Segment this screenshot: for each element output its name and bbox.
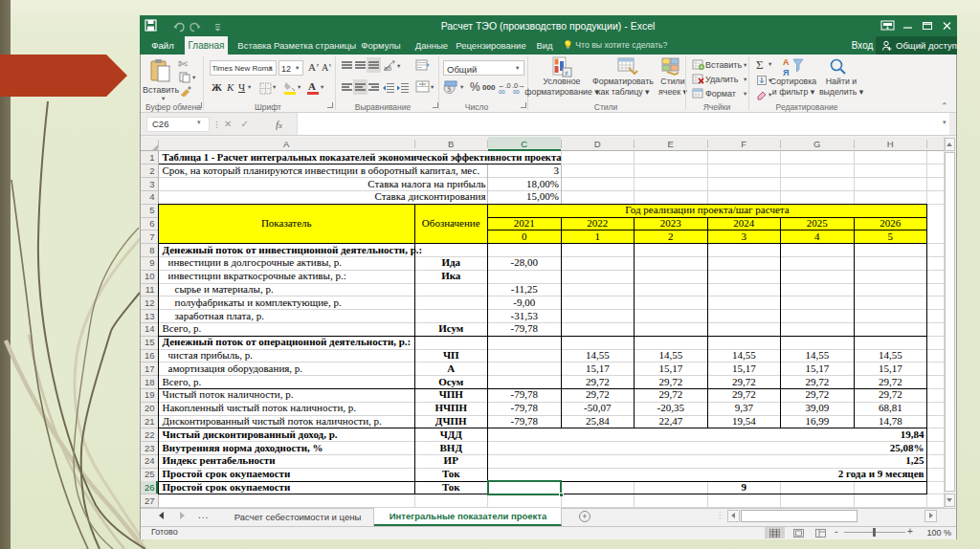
svg-text:А: А [783, 57, 790, 67]
svg-text:00: 00 [513, 89, 520, 94]
svg-text:$: $ [448, 85, 452, 94]
svg-text:Я: Я [783, 68, 789, 77]
svg-text:≠: ≠ [565, 70, 568, 77]
svg-text:аб: аб [384, 65, 391, 72]
svg-text:00: 00 [499, 89, 505, 94]
